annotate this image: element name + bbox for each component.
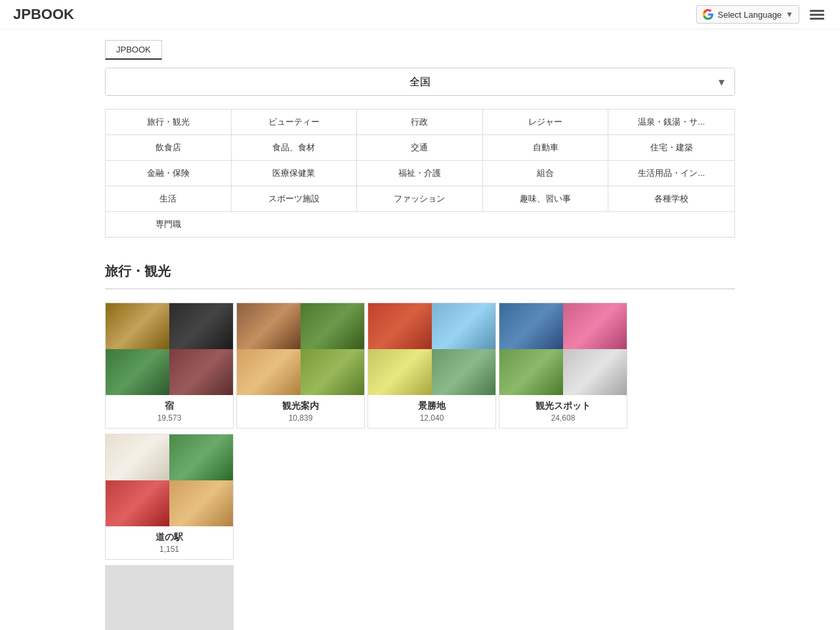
card-img-2	[432, 303, 495, 349]
card-kanko-spot[interactable]: 観光スポット 24,608	[499, 303, 627, 429]
header: JPBOOK Select Language ▼	[0, 0, 840, 30]
card-img-2	[563, 303, 627, 349]
card-count-keishochi: 12,040	[373, 413, 490, 423]
category-empty	[232, 212, 734, 237]
card-count-yado: 19,573	[111, 413, 228, 423]
card-name-keishochi: 景勝地	[373, 400, 490, 412]
card-name-michinoeki: 道の駅	[111, 532, 228, 543]
card-info-michinoeki: 道の駅 1,151	[106, 526, 233, 559]
tabs: JPBOOK	[105, 40, 735, 60]
category-fashion[interactable]: ファッション	[357, 186, 483, 211]
card-img-1	[106, 566, 169, 612]
category-medical[interactable]: 医療保健業	[232, 161, 358, 186]
category-restaurant[interactable]: 飲食店	[106, 135, 232, 160]
card-img-3	[106, 612, 169, 630]
category-car[interactable]: 自動車	[483, 135, 609, 160]
menu-icon[interactable]	[807, 7, 827, 22]
category-housing[interactable]: 住宅・建築	[608, 135, 734, 160]
category-beauty[interactable]: ビューティー	[232, 110, 358, 135]
card-image-michinoeki	[106, 434, 233, 526]
google-icon	[702, 9, 714, 20]
logo[interactable]: JPBOOK	[13, 6, 696, 23]
card-img-3	[499, 349, 563, 395]
card-img-4	[169, 612, 233, 630]
card-count-kanko-annai: 10,839	[242, 413, 359, 423]
card-img-3	[237, 349, 301, 395]
category-welfare[interactable]: 福祉・介護	[357, 161, 483, 186]
card-img-4	[563, 349, 627, 395]
category-finance[interactable]: 金融・保険	[106, 161, 232, 186]
category-food[interactable]: 食品、食材	[232, 135, 358, 160]
card-michinoeki[interactable]: 道の駅 1,151	[105, 434, 234, 560]
card-info-yado: 宿 19,573	[106, 395, 233, 428]
section-title-travel: 旅行・観光	[105, 257, 735, 285]
category-grid: 旅行・観光 ビューティー 行政 レジャー 温泉・銭湯・サ... 飲食店 食品、食…	[105, 109, 735, 238]
region-dropdown[interactable]: 全国 北海道 東北 関東 中部 近畿 中国 四国 九州・沖縄	[106, 68, 734, 95]
category-school[interactable]: 各種学校	[608, 186, 734, 211]
tab-jpbook[interactable]: JPBOOK	[105, 40, 162, 60]
card-keishochi[interactable]: 景勝地 12,040	[368, 303, 496, 429]
card-img-4	[432, 349, 495, 395]
category-leisure[interactable]: レジャー	[483, 110, 609, 135]
card-img-4	[169, 349, 233, 395]
card-img-1	[106, 303, 169, 349]
google-translate-widget[interactable]: Select Language ▼	[696, 5, 799, 24]
card-kanko-annai[interactable]: 観光案内 10,839	[236, 303, 365, 429]
card-service-area[interactable]: サービスエリア・パー... 36	[105, 565, 234, 630]
region-dropdown-container: 全国 北海道 東北 関東 中部 近畿 中国 四国 九州・沖縄	[105, 68, 735, 96]
card-image-kanko-annai	[237, 303, 364, 395]
category-travel[interactable]: 旅行・観光	[106, 110, 232, 135]
category-life[interactable]: 生活	[106, 186, 232, 211]
category-union[interactable]: 組合	[483, 161, 609, 186]
category-sports[interactable]: スポーツ施設	[232, 186, 358, 211]
card-img-2	[169, 566, 233, 612]
card-img-1	[368, 303, 432, 349]
card-yado[interactable]: 宿 19,573	[105, 303, 234, 429]
category-row-2: 飲食店 食品、食材 交通 自動車 住宅・建築	[106, 135, 734, 161]
category-professional[interactable]: 専門職	[106, 212, 232, 237]
category-row-1: 旅行・観光 ビューティー 行政 レジャー 温泉・銭湯・サ...	[106, 110, 734, 135]
card-img-1	[237, 303, 301, 349]
category-goods[interactable]: 生活用品・イン...	[608, 161, 734, 186]
card-count-kanko-spot: 24,608	[505, 413, 621, 423]
card-img-4	[301, 349, 364, 395]
category-row-5: 専門職	[106, 212, 734, 237]
card-name-kanko-annai: 観光案内	[242, 400, 359, 412]
card-img-1	[106, 434, 169, 480]
card-info-keishochi: 景勝地 12,040	[368, 395, 495, 428]
card-img-2	[169, 434, 233, 480]
card-name-kanko-spot: 観光スポット	[505, 400, 621, 412]
category-row-4: 生活 スポーツ施設 ファッション 趣味、習い事 各種学校	[106, 186, 734, 212]
card-img-3	[368, 349, 432, 395]
card-img-1	[499, 303, 563, 349]
header-right: Select Language ▼	[696, 5, 827, 24]
card-img-3	[106, 349, 169, 395]
category-transport[interactable]: 交通	[357, 135, 483, 160]
card-info-kanko-annai: 観光案内 10,839	[237, 395, 364, 428]
category-admin[interactable]: 行政	[357, 110, 483, 135]
card-image-service-area	[106, 566, 233, 630]
translate-arrow-icon: ▼	[786, 10, 793, 19]
card-grid-travel-row2: サービスエリア・パー... 36	[105, 565, 735, 630]
card-count-michinoeki: 1,151	[111, 545, 228, 554]
card-image-keishochi	[368, 303, 495, 395]
card-image-yado	[106, 303, 233, 395]
card-img-2	[301, 303, 364, 349]
card-image-kanko-spot	[499, 303, 627, 395]
section-divider-travel	[105, 288, 735, 289]
translate-label: Select Language	[718, 10, 782, 20]
card-img-3	[106, 480, 169, 526]
card-name-yado: 宿	[111, 400, 228, 412]
category-row-3: 金融・保険 医療保健業 福祉・介護 組合 生活用品・イン...	[106, 161, 734, 186]
card-grid-travel-row1: 宿 19,573 観光案内 10,839	[105, 303, 735, 565]
card-img-2	[169, 303, 233, 349]
category-hobby[interactable]: 趣味、習い事	[483, 186, 609, 211]
main-content: JPBOOK 全国 北海道 東北 関東 中部 近畿 中国 四国 九州・沖縄 旅行…	[92, 30, 748, 630]
category-onsen[interactable]: 温泉・銭湯・サ...	[608, 110, 734, 135]
card-info-kanko-spot: 観光スポット 24,608	[499, 395, 627, 428]
card-img-4	[169, 480, 233, 526]
section-travel: 旅行・観光 宿 19,573	[105, 257, 735, 630]
